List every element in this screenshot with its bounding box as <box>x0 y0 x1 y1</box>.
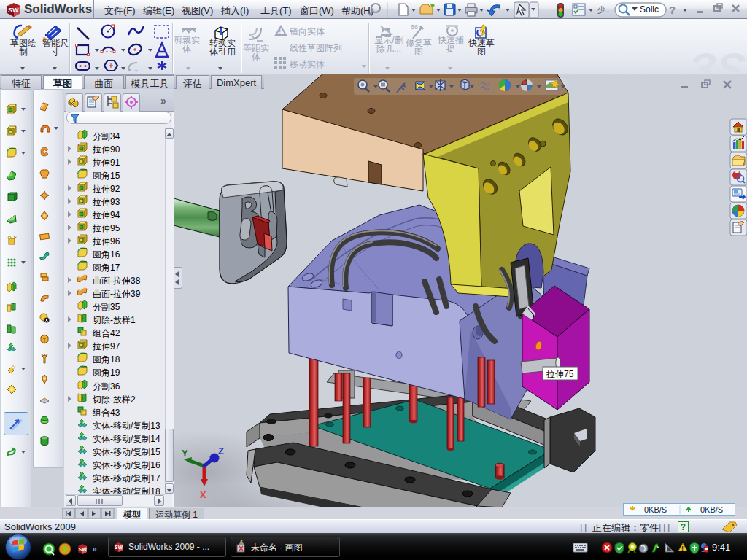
svg-text:»: » <box>92 544 97 554</box>
svg-text:SW: SW <box>8 7 19 14</box>
svg-text:Z: Z <box>218 446 224 456</box>
svg-text:66: 66 <box>411 23 418 31</box>
svg-text:X: X <box>200 489 206 500</box>
svg-text:少..: 少.. <box>597 5 610 14</box>
svg-text:拉伸75: 拉伸75 <box>546 369 574 379</box>
svg-text:SW: SW <box>79 547 88 552</box>
svg-text:Y: Y <box>182 448 188 459</box>
svg-text:SW: SW <box>115 545 123 550</box>
svg-text:!: ! <box>681 545 684 552</box>
svg-text:?: ? <box>669 4 676 16</box>
svg-text:Solic: Solic <box>640 4 659 15</box>
svg-text:!: ! <box>279 28 281 36</box>
svg-text:+: + <box>134 67 138 74</box>
